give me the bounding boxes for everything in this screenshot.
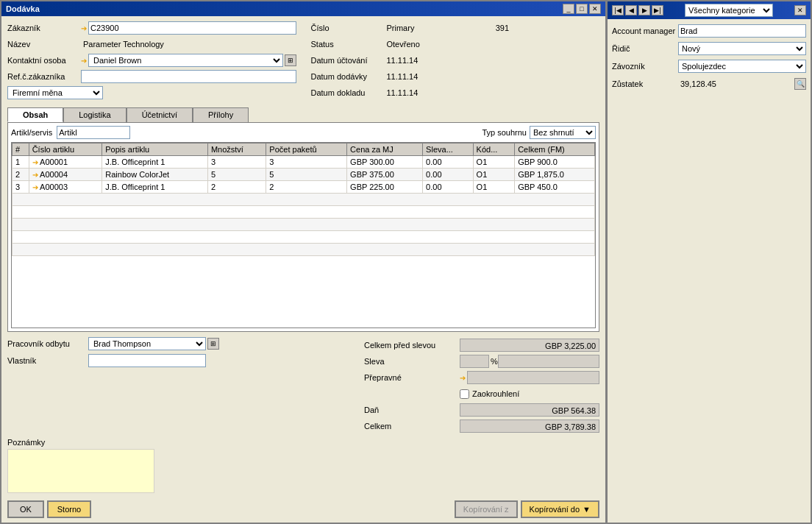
celkem-pred-slevou-row: Celkem před slevou GBP 3,225.00: [364, 338, 599, 353]
tab-obsah[interactable]: Obsah: [7, 107, 63, 122]
sleva-label: Sleva: [364, 357, 460, 366]
prepravne-value: [467, 371, 599, 384]
ridic-select[interactable]: Nový: [678, 42, 806, 55]
zaokrouhleni-row: Zaokrouhlení: [364, 386, 599, 401]
ref-label: Ref.č.zákazníka: [7, 72, 81, 81]
status-input: [385, 38, 600, 51]
footer-left: Pracovník odbytu Brad Thompson ⊞ Vlastní…: [7, 336, 357, 433]
zakaznik-arrow-icon: ➔: [81, 24, 87, 32]
notes-box[interactable]: [7, 449, 154, 493]
footer-area: Pracovník odbytu Brad Thompson ⊞ Vlastní…: [1, 332, 605, 438]
cell-popis: J.B. Officeprint 1: [102, 181, 208, 194]
account-manager-input[interactable]: [678, 24, 806, 38]
kontaktni-select[interactable]: Daniel Brown: [88, 54, 283, 67]
datum-dokladu-label: Datum dokladu: [311, 88, 385, 97]
col-cena: Cena za MJ: [347, 144, 423, 156]
cell-cena: GBP 225.00: [347, 181, 423, 194]
table-row-empty: [13, 244, 595, 256]
nav-prev-button[interactable]: ◀: [625, 5, 637, 15]
table-row-empty: [13, 194, 595, 206]
cell-paketu: 5: [266, 169, 347, 181]
cell-mnozstvi: 2: [207, 181, 266, 194]
datum-dokladu-input: [385, 86, 600, 99]
kontaktni-detail-button[interactable]: ⊞: [285, 54, 296, 66]
dan-label: Daň: [364, 406, 460, 414]
kopirovani-do-button[interactable]: Kopírování do ▼: [521, 500, 599, 518]
cell-num: 3: [13, 181, 29, 194]
pracovnik-select[interactable]: Brad Thompson: [88, 337, 206, 350]
window-title: Dodávka: [6, 4, 40, 13]
cell-sleva: 0.00: [423, 181, 473, 194]
nav-next-button[interactable]: ▶: [638, 5, 650, 15]
table-row[interactable]: 3 ➔ A00003 J.B. Officeprint 1 2 2 GBP 22…: [13, 181, 595, 194]
zavoznik-select[interactable]: Spolujezdec: [678, 60, 806, 73]
col-paketu: Počet paketů: [266, 144, 347, 156]
cell-cislo: ➔ A00003: [29, 181, 102, 194]
title-bar: Dodávka _ □ ✕: [1, 1, 605, 16]
cell-popis: J.B. Officeprint 1: [102, 156, 208, 169]
cell-kod: O1: [473, 156, 515, 169]
tabs-area: Obsah Logistika Účetnictví Přílohy Artik…: [1, 107, 605, 332]
kontaktni-label: Kontaktní osoba: [7, 56, 81, 65]
sidebar-category-select[interactable]: Všechny kategorie: [685, 4, 773, 17]
cell-cislo: ➔ A00004: [29, 169, 102, 181]
tab-prilohy[interactable]: Přílohy: [193, 107, 249, 122]
nazev-input: [81, 38, 296, 51]
pracovnik-label: Pracovník odbytu: [7, 339, 88, 348]
form-left: Zákazník ➔ Název Kontaktní osoba ➔ Danie…: [7, 21, 296, 100]
form-right: Číslo Status Datum účtování Datum dodávk…: [311, 21, 600, 100]
cell-paketu: 3: [266, 156, 347, 169]
nav-first-button[interactable]: |◀: [612, 5, 624, 15]
bottom-buttons: OK Storno Kopírování z Kopírování do ▼: [1, 496, 605, 523]
firemni-select[interactable]: Firemní měna: [7, 86, 103, 99]
storno-button[interactable]: Storno: [47, 500, 91, 518]
ok-button[interactable]: OK: [7, 500, 44, 518]
dan-row: Daň GBP 564.38: [364, 403, 599, 417]
sidebar-close-button[interactable]: ✕: [794, 5, 806, 15]
dan-value: GBP 564.38: [460, 403, 599, 417]
tab-logistika[interactable]: Logistika: [63, 107, 126, 122]
cell-mnozstvi: 5: [207, 169, 266, 181]
maximize-button[interactable]: □: [576, 4, 588, 14]
zustatek-search-button[interactable]: 🔍: [794, 78, 806, 90]
nazev-label: Název: [7, 40, 81, 49]
cell-cena: GBP 375.00: [347, 169, 423, 181]
cell-paketu: 2: [266, 181, 347, 194]
zakaznik-row: Zákazník ➔: [7, 21, 296, 35]
cell-celkem: GBP 900.0: [515, 156, 595, 169]
datum-dodavky-input: [385, 70, 600, 83]
sleva-row: Sleva %: [364, 354, 599, 369]
summary-right: Celkem před slevou GBP 3,225.00 Sleva % …: [364, 336, 599, 433]
title-bar-buttons: _ □ ✕: [563, 4, 601, 14]
artiklservis-input[interactable]: [57, 126, 130, 139]
ref-input[interactable]: [81, 70, 296, 83]
tab-ucetnictvi[interactable]: Účetnictví: [127, 107, 193, 122]
zustatek-label: Zůstatek: [612, 79, 678, 88]
table-row[interactable]: 1 ➔ A00001 J.B. Officeprint 1 3 3 GBP 30…: [13, 156, 595, 169]
col-sleva: Sleva...: [423, 144, 473, 156]
artiklservis-label: Artikl/servis: [11, 128, 52, 137]
nav-last-button[interactable]: ▶|: [652, 5, 663, 15]
minimize-button[interactable]: _: [563, 4, 574, 14]
right-sidebar: |◀ ◀ ▶ ▶| Všechny kategorie ✕ Account ma…: [606, 0, 812, 524]
col-num: #: [13, 144, 29, 156]
vlastnik-input[interactable]: [88, 354, 206, 367]
datum-uctovani-row: Datum účtování: [311, 53, 600, 68]
zaokrouhleni-checkbox[interactable]: [460, 389, 469, 399]
table-row-empty: [13, 231, 595, 244]
cislo-value-input: [494, 21, 599, 35]
typ-label: Typ souhrnu: [482, 128, 527, 137]
celkem-pred-slevou-label: Celkem před slevou: [364, 341, 460, 350]
ref-row: Ref.č.zákazníka: [7, 69, 296, 84]
zakaznik-input[interactable]: [88, 21, 296, 35]
table-row[interactable]: 2 ➔ A00004 Rainbow ColorJet 5 5 GBP 375.…: [13, 169, 595, 181]
tab-strip: Obsah Logistika Účetnictví Přílohy: [7, 107, 599, 122]
kopirovani-z-button[interactable]: Kopírování z: [455, 500, 518, 518]
sleva-input[interactable]: [460, 355, 489, 368]
zavoznik-label: Závozník: [612, 62, 678, 71]
cell-cena: GBP 300.00: [347, 156, 423, 169]
close-button[interactable]: ✕: [589, 4, 601, 14]
cislo-row: Číslo: [311, 21, 600, 35]
pracovnik-detail-button[interactable]: ⊞: [207, 338, 219, 350]
typ-select[interactable]: Bez shrnutí: [530, 126, 596, 139]
